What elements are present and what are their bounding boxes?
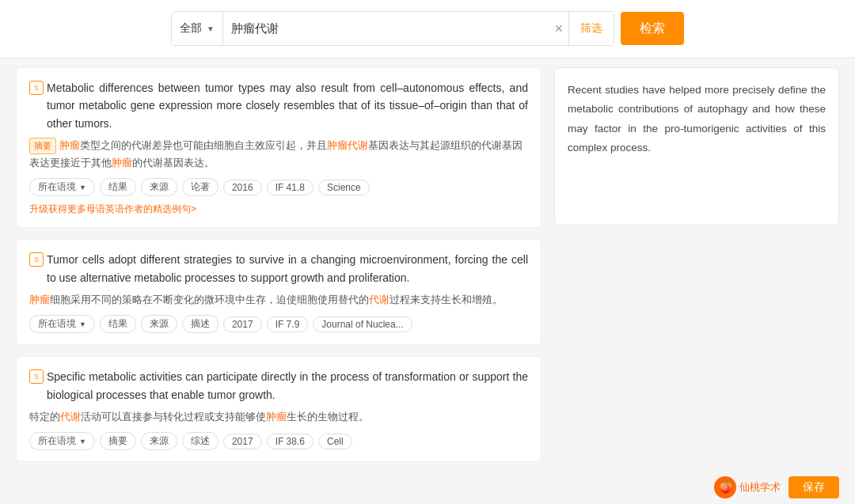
- right-panel: Recent studies have helped more precisel…: [554, 67, 839, 225]
- tag[interactable]: IF 38.6: [267, 434, 314, 449]
- tag[interactable]: 2017: [223, 316, 262, 332]
- logo-icon: 🍑: [714, 476, 736, 498]
- tag-row-2: 所在语境▼摘要来源综述2017IF 38.6Cell: [29, 432, 528, 450]
- clear-button[interactable]: ✕: [549, 22, 568, 35]
- chevron-down-icon: ▼: [79, 320, 86, 328]
- tag[interactable]: 2016: [223, 180, 262, 195]
- branding-logo: 🍑 仙桃学术: [714, 476, 781, 498]
- chevron-down-icon: ▼: [207, 25, 215, 33]
- highlight-orange-cn: 肿瘤: [112, 157, 132, 169]
- highlight-orange-cn: 肿瘤: [59, 139, 80, 151]
- result-item: SSpecific metabolic activities can parti…: [16, 356, 542, 462]
- english-text-part: differences between: [94, 81, 205, 94]
- search-button[interactable]: 检索: [621, 12, 684, 45]
- highlight-orange: Tumor: [47, 253, 78, 266]
- result-icon-1: S: [29, 252, 44, 267]
- tag[interactable]: 所在语境▼: [29, 315, 95, 333]
- highlight-orange: tumors.: [75, 117, 112, 130]
- highlight-orange-cn: 代谢: [60, 411, 81, 423]
- chinese-text-part: 活动可以直接参与转化过程或支持能够使: [81, 411, 266, 423]
- result-chinese-1: 肿瘤细胞采用不同的策略在不断变化的微环境中生存，迫使细胞使用替代的代谢过程来支持…: [29, 291, 528, 309]
- tag[interactable]: 来源: [141, 315, 177, 333]
- result-english-text-0: Metabolic differences between tumor type…: [47, 79, 528, 132]
- tag[interactable]: 摘述: [182, 315, 218, 333]
- search-type-select[interactable]: 全部 ▼: [172, 12, 223, 45]
- tag[interactable]: 2017: [223, 434, 262, 449]
- highlight-orange-cn: 肿瘤: [29, 294, 50, 305]
- tag[interactable]: Science: [318, 180, 370, 195]
- chinese-text-part: 的代谢基因表达。: [132, 157, 215, 169]
- tag-row-0: 所在语境▼结果来源论著2016IF 41.8Science: [29, 178, 528, 196]
- tag[interactable]: 结果: [100, 315, 136, 333]
- save-button[interactable]: 保存: [788, 476, 839, 498]
- highlight-orange: tumor: [47, 99, 75, 112]
- tag[interactable]: 结果: [100, 178, 136, 196]
- right-panel-text: Recent studies have helped more precisel…: [568, 84, 826, 153]
- result-english-2: SSpecific metabolic activities can parti…: [29, 368, 528, 404]
- tag[interactable]: Journal of Nuclea...: [313, 316, 412, 332]
- main-content: SMetabolic differences between tumor typ…: [0, 58, 855, 504]
- tag-row-1: 所在语境▼结果来源摘述2017IF 7.9Journal of Nuclea..…: [29, 315, 528, 333]
- result-item: STumor cells adopt different strategies …: [16, 239, 542, 345]
- highlight-orange: metabolic: [89, 370, 136, 383]
- result-english-text-1: Tumor cells adopt different strategies t…: [47, 251, 528, 286]
- english-text-part: that enable: [146, 388, 207, 401]
- result-english-text-2: Specific metabolic activities can partic…: [47, 368, 528, 404]
- highlight-orange: tumor: [205, 81, 234, 94]
- highlight-orange: metabolic processes: [135, 271, 236, 284]
- english-text-part: types may also result from cell–autonomo…: [234, 81, 528, 94]
- result-icon-0: S: [29, 81, 44, 95]
- chinese-text-part: 细胞采用不同的策略在不断变化的微环境中生存，迫使细胞使用替代的: [50, 294, 369, 305]
- chinese-text-part: 类型之间的代谢差异也可能由细胞自主效应引起，并且: [80, 139, 327, 151]
- tag[interactable]: 所在语境▼: [29, 432, 95, 450]
- result-item: SMetabolic differences between tumor typ…: [16, 67, 542, 228]
- chevron-down-icon: ▼: [79, 438, 86, 445]
- highlight-orange-cn: 代谢: [369, 294, 390, 305]
- tag[interactable]: 综述: [182, 432, 218, 450]
- result-english-0: SMetabolic differences between tumor typ…: [29, 79, 528, 132]
- chinese-text-part: 过程来支持生长和增殖。: [390, 294, 503, 305]
- highlight-orange: Metabolic: [47, 81, 94, 94]
- result-english-1: STumor cells adopt different strategies …: [29, 251, 528, 286]
- result-icon-2: S: [29, 369, 44, 384]
- chevron-down-icon: ▼: [79, 184, 86, 191]
- highlight-orange: metabolic: [79, 99, 127, 112]
- result-chinese-0: 摘要肿瘤类型之间的代谢差异也可能由细胞自主效应引起，并且肿瘤代谢基因表达与其起源…: [29, 137, 528, 172]
- english-text-part: growth.: [236, 388, 276, 401]
- tag[interactable]: 摘要: [100, 432, 136, 450]
- english-text-part: activities can participate directly in t…: [136, 370, 330, 383]
- left-panel: SMetabolic differences between tumor typ…: [16, 67, 542, 497]
- result-chinese-2: 特定的代谢活动可以直接参与转化过程或支持能够使肿瘤生长的生物过程。: [29, 408, 528, 426]
- search-bar-container: 全部 ▼ ✕ 筛选 检索: [0, 0, 855, 58]
- tag[interactable]: IF 41.8: [267, 180, 314, 195]
- tag[interactable]: Cell: [318, 434, 352, 449]
- english-text-part: to support growth and proliferation.: [235, 271, 409, 284]
- search-input-wrapper: [223, 12, 549, 45]
- upgrade-tip[interactable]: 升级获得更多母语英语作者的精选例句>: [29, 203, 528, 216]
- english-text-part: Specific: [47, 370, 89, 383]
- tag[interactable]: IF 7.9: [267, 316, 309, 332]
- highlight-orange: processes: [96, 388, 146, 401]
- chinese-text-part: 特定的: [29, 411, 60, 423]
- chinese-prefix: 摘要: [29, 138, 56, 154]
- tag[interactable]: 来源: [141, 432, 177, 450]
- bottom-right-area: 🍑 仙桃学术 保存: [714, 476, 839, 498]
- tag[interactable]: 所在语境▼: [29, 178, 95, 196]
- logo-text: 仙桃学术: [739, 480, 781, 495]
- search-type-label: 全部: [180, 21, 202, 36]
- search-bar: 全部 ▼ ✕ 筛选: [171, 11, 614, 46]
- filter-button[interactable]: 筛选: [568, 12, 614, 45]
- search-input[interactable]: [231, 22, 542, 36]
- tag[interactable]: 论著: [182, 178, 218, 196]
- tag[interactable]: 来源: [141, 178, 177, 196]
- highlight-orange: tumor: [207, 388, 236, 401]
- chinese-text-part: 生长的生物过程。: [287, 411, 369, 423]
- highlight-orange: process: [330, 370, 369, 383]
- highlight-orange-cn: 肿瘤: [266, 411, 287, 423]
- highlight-orange-cn: 肿瘤代谢: [327, 139, 368, 151]
